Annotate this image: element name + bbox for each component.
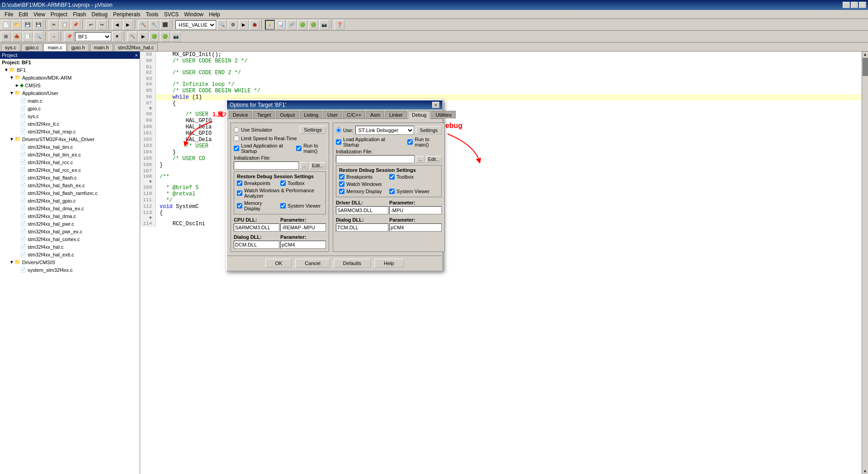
right-browse-btn[interactable]: ... [416,156,424,163]
left-bp-cb[interactable] [237,180,242,186]
left-mem-row: Memory Display [237,200,279,211]
dialog-footer: OK Cancel Defaults Help [227,256,442,270]
dialog-title-bar: Options for Target 'BF1' × [227,100,442,109]
right-drv-param-value: -MPU [389,206,442,214]
radio-stlink[interactable] [336,128,341,133]
left-mem-cb[interactable] [237,203,242,209]
left-cpu-param-value: -REMAP -MPU [280,223,326,232]
dialog-tab-cpp[interactable]: C/C++ [343,111,365,118]
left-toolbox-cb[interactable] [280,180,286,186]
right-sys-row: System Viewer [389,189,439,194]
right-drv-dll-value: SARMCM3.DLL [336,206,388,214]
limit-speed-cb[interactable] [234,136,239,141]
right-edit-btn[interactable]: Edit... [426,156,442,163]
stlink-combo[interactable]: ST-Link Debugger [355,126,414,135]
right-dialog-param-label: Parameter: [389,217,442,223]
right-col: Use: ST-Link Debugger Settings Load Appl… [333,123,445,252]
left-watch-row: Watch Windows & Performance Analyzer [237,188,323,199]
left-dialog-dll-value: DCM.DLL [234,241,279,249]
right-bp-row: Breakpoints [339,174,388,180]
right-load-app-cb[interactable] [336,139,341,145]
right-checkboxes: Breakpoints Toolbox Watch Windows [339,174,439,195]
dialog-two-columns: Use Simulator Settings Limit Speed to Re… [231,123,439,252]
use-simulator-row: Use Simulator Settings [234,126,326,134]
use-simulator-label: Use Simulator [241,127,272,133]
left-cpu-param-label: Parameter: [280,217,326,223]
left-run-main-label: Run to main() [303,143,326,154]
dialog-tab-utilities[interactable]: Utilities [431,111,455,118]
left-init-input[interactable] [234,161,299,170]
left-dialog-dll-label: Dialog DLL: [234,234,279,240]
left-restore-group: Restore Debug Session Settings Breakpoin… [234,171,326,214]
left-run-main-cb[interactable] [296,146,302,151]
dialog-overlay: Options for Target 'BF1' × Device Target… [0,0,868,474]
radio-simulator[interactable] [234,127,239,133]
right-watch-row: Watch Windows [339,181,439,187]
options-dialog: Options for Target 'BF1' × Device Target… [226,100,443,271]
left-checkboxes: Breakpoints Toolbox Watch Windows & Perf… [237,180,323,212]
right-dll-grid: Driver DLL: Parameter: SARMCM3.DLL -MPU … [336,200,442,232]
left-dialog-param-value: pCM4 [280,241,326,249]
right-toolbox-cb[interactable] [389,174,395,180]
right-restore-group: Restore Debug Session Settings Breakpoin… [336,165,442,197]
left-load-app-label: Load Application at Startup [241,143,285,154]
dialog-tab-debug[interactable]: Debug [408,111,430,119]
left-dll-grid: CPU DLL: Parameter: SARMCM3.DLL -REMAP -… [234,217,326,249]
left-cpu-dll-value: SARMCM3.DLL [234,223,279,232]
left-sys-cb[interactable] [280,203,286,209]
cancel-btn[interactable]: Cancel [295,259,330,268]
right-restore-title: Restore Debug Session Settings [339,167,439,173]
right-load-app-label: Load Application at Startup [343,137,396,147]
right-init-input[interactable] [336,155,415,163]
left-settings-btn[interactable]: Settings [300,126,326,134]
dialog-tabs: Device Target Output Listing User C/C++ … [227,109,442,119]
left-edit-btn[interactable]: Edit... [310,162,326,169]
use-stlink-row: Use: ST-Link Debugger Settings [336,126,442,135]
defaults-btn[interactable]: Defaults [334,259,371,268]
left-watch-cb[interactable] [237,190,242,196]
use-stlink-label: Use: [343,128,354,133]
left-load-section: Load Application at Startup Run to main(… [234,143,326,170]
right-run-main-cb[interactable] [407,139,413,145]
right-load-section: Load Application at Startup Run to main(… [336,137,442,163]
dialog-close-btn[interactable]: × [432,102,439,108]
dialog-tab-linker[interactable]: Linker [385,111,407,118]
right-mem-row: Memory Display [339,189,388,194]
dialog-tab-output[interactable]: Output [276,111,299,118]
left-load-app-cb[interactable] [234,146,239,151]
dialog-tab-listing[interactable]: Listing [300,111,322,118]
right-init-label: Initialization File: [336,149,442,154]
left-cpu-dll-label: CPU DLL: [234,217,279,223]
right-dialog-param-value: pCM4 [389,223,442,232]
left-col: Use Simulator Settings Limit Speed to Re… [231,123,329,252]
right-run-main-label: Run to main() [415,137,442,147]
right-settings-btn[interactable]: Settings [416,126,442,134]
right-watch-cb[interactable] [339,181,344,187]
right-sys-cb[interactable] [389,189,395,194]
right-mem-cb[interactable] [339,189,344,194]
dialog-tab-asm[interactable]: Asm [366,111,384,118]
right-dialog-dll-value: TCM.DLL [336,223,388,232]
left-browse-btn[interactable]: ... [300,162,308,169]
right-load-app-row: Load Application at Startup Run to main(… [336,137,442,147]
dialog-tab-target[interactable]: Target [253,111,275,118]
limit-speed-row: Limit Speed to Real-Time [234,136,326,141]
left-bp-row: Breakpoints [237,180,279,186]
ok-btn[interactable]: OK [265,259,292,268]
dialog-tab-user[interactable]: User [323,111,342,118]
left-init-row: ... Edit... [234,161,326,170]
dialog-body: Use Simulator Settings Limit Speed to Re… [227,119,442,256]
right-toolbox-row: Toolbox [389,174,439,180]
left-sys-row: System Viewer [280,200,323,211]
left-toolbox-row: Toolbox [280,180,323,186]
right-dialog-dll-label: Dialog DLL: [336,217,388,223]
left-dialog-param-label: Parameter: [280,234,326,240]
right-bp-cb[interactable] [339,174,344,180]
right-drv-dll-label: Driver DLL: [336,200,388,205]
left-load-app-row: Load Application at Startup Run to main(… [234,143,326,154]
help-btn[interactable]: Help [374,259,404,268]
dialog-title-text: Options for Target 'BF1' [230,102,286,108]
right-init-row: ... Edit... [336,155,442,163]
dialog-tab-device[interactable]: Device [229,111,252,118]
left-init-label: Initialization File: [234,155,326,161]
